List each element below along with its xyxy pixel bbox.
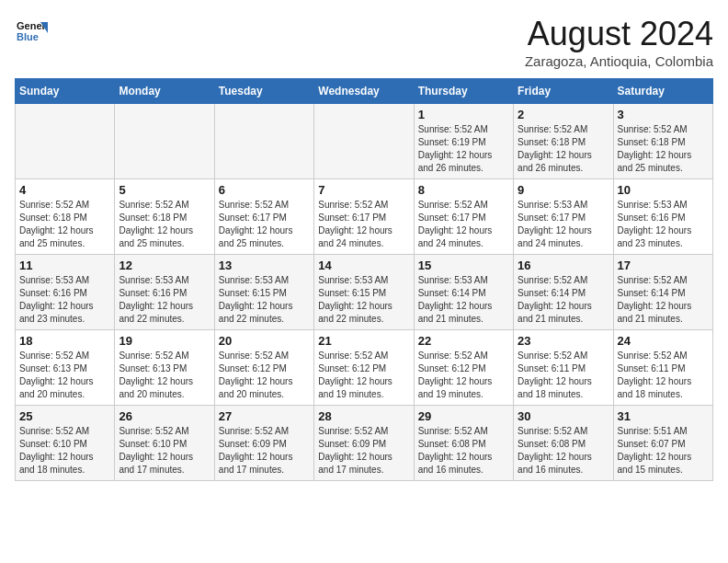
- calendar-cell: 14Sunrise: 5:53 AMSunset: 6:15 PMDayligh…: [314, 255, 414, 330]
- day-info: Sunrise: 5:52 AMSunset: 6:12 PMDaylight:…: [418, 350, 509, 401]
- day-info: Sunrise: 5:52 AMSunset: 6:18 PMDaylight:…: [19, 199, 110, 250]
- day-info: Sunrise: 5:52 AMSunset: 6:10 PMDaylight:…: [119, 425, 210, 477]
- weekday-header-wednesday: Wednesday: [314, 79, 414, 104]
- day-info: Sunrise: 5:52 AMSunset: 6:17 PMDaylight:…: [318, 199, 409, 250]
- day-info: Sunrise: 5:52 AMSunset: 6:18 PMDaylight:…: [119, 199, 210, 250]
- day-number: 15: [418, 259, 509, 272]
- calendar-week-row: 11Sunrise: 5:53 AMSunset: 6:16 PMDayligh…: [16, 255, 713, 330]
- calendar-cell: 29Sunrise: 5:52 AMSunset: 6:08 PMDayligh…: [414, 406, 513, 481]
- day-number: 28: [318, 409, 409, 423]
- logo-icon: General Blue: [15, 15, 48, 48]
- day-number: 29: [418, 409, 509, 423]
- day-info: Sunrise: 5:52 AMSunset: 6:12 PMDaylight:…: [318, 350, 409, 401]
- day-number: 19: [119, 334, 210, 348]
- day-info: Sunrise: 5:52 AMSunset: 6:18 PMDaylight:…: [518, 123, 609, 175]
- calendar-cell: 4Sunrise: 5:52 AMSunset: 6:18 PMDaylight…: [16, 179, 115, 255]
- day-info: Sunrise: 5:53 AMSunset: 6:17 PMDaylight:…: [518, 199, 609, 250]
- day-number: 16: [518, 259, 609, 272]
- day-info: Sunrise: 5:52 AMSunset: 6:08 PMDaylight:…: [518, 425, 609, 477]
- calendar-cell: 8Sunrise: 5:52 AMSunset: 6:17 PMDaylight…: [414, 179, 513, 255]
- weekday-header-friday: Friday: [514, 79, 613, 104]
- day-info: Sunrise: 5:53 AMSunset: 6:16 PMDaylight:…: [618, 199, 709, 250]
- calendar-cell: 16Sunrise: 5:52 AMSunset: 6:14 PMDayligh…: [514, 255, 613, 330]
- day-number: 3: [618, 108, 709, 121]
- day-info: Sunrise: 5:53 AMSunset: 6:15 PMDaylight:…: [318, 274, 409, 326]
- day-number: 26: [119, 409, 210, 423]
- weekday-header-tuesday: Tuesday: [214, 79, 313, 104]
- day-number: 24: [618, 334, 709, 348]
- calendar-title-area: August 2024 Zaragoza, Antioquia, Colombi…: [525, 15, 713, 69]
- day-info: Sunrise: 5:52 AMSunset: 6:08 PMDaylight:…: [418, 425, 509, 477]
- day-number: 1: [418, 108, 509, 121]
- calendar-cell: 5Sunrise: 5:52 AMSunset: 6:18 PMDaylight…: [115, 179, 214, 255]
- calendar-cell: 25Sunrise: 5:52 AMSunset: 6:10 PMDayligh…: [16, 406, 115, 481]
- day-number: 25: [19, 409, 110, 423]
- weekday-header-saturday: Saturday: [613, 79, 712, 104]
- day-info: Sunrise: 5:53 AMSunset: 6:16 PMDaylight:…: [119, 274, 210, 326]
- calendar-cell: 30Sunrise: 5:52 AMSunset: 6:08 PMDayligh…: [514, 406, 613, 481]
- calendar-location: Zaragoza, Antioquia, Colombia: [525, 53, 713, 69]
- day-number: 6: [219, 183, 310, 197]
- calendar-cell: [115, 104, 214, 179]
- day-info: Sunrise: 5:52 AMSunset: 6:12 PMDaylight:…: [219, 350, 310, 401]
- logo: General Blue: [15, 15, 48, 48]
- calendar-cell: 26Sunrise: 5:52 AMSunset: 6:10 PMDayligh…: [115, 406, 214, 481]
- calendar-cell: 21Sunrise: 5:52 AMSunset: 6:12 PMDayligh…: [314, 330, 414, 406]
- day-info: Sunrise: 5:53 AMSunset: 6:15 PMDaylight:…: [219, 274, 310, 326]
- day-number: 11: [19, 259, 110, 272]
- day-number: 12: [119, 259, 210, 272]
- day-number: 5: [119, 183, 210, 197]
- day-info: Sunrise: 5:52 AMSunset: 6:14 PMDaylight:…: [618, 274, 709, 326]
- calendar-cell: 6Sunrise: 5:52 AMSunset: 6:17 PMDaylight…: [214, 179, 313, 255]
- calendar-cell: 22Sunrise: 5:52 AMSunset: 6:12 PMDayligh…: [414, 330, 513, 406]
- day-number: 23: [518, 334, 609, 348]
- weekday-header-thursday: Thursday: [414, 79, 513, 104]
- day-number: 20: [219, 334, 310, 348]
- svg-text:Blue: Blue: [17, 31, 39, 42]
- calendar-week-row: 18Sunrise: 5:52 AMSunset: 6:13 PMDayligh…: [16, 330, 713, 406]
- day-info: Sunrise: 5:51 AMSunset: 6:07 PMDaylight:…: [618, 425, 709, 477]
- calendar-cell: 11Sunrise: 5:53 AMSunset: 6:16 PMDayligh…: [16, 255, 115, 330]
- calendar-cell: [16, 104, 115, 179]
- calendar-cell: 2Sunrise: 5:52 AMSunset: 6:18 PMDaylight…: [514, 104, 613, 179]
- page-header: General Blue August 2024 Zaragoza, Antio…: [15, 15, 713, 69]
- day-info: Sunrise: 5:52 AMSunset: 6:11 PMDaylight:…: [518, 350, 609, 401]
- day-number: 22: [418, 334, 509, 348]
- calendar-cell: 27Sunrise: 5:52 AMSunset: 6:09 PMDayligh…: [214, 406, 313, 481]
- day-number: 21: [318, 334, 409, 348]
- calendar-cell: 17Sunrise: 5:52 AMSunset: 6:14 PMDayligh…: [613, 255, 712, 330]
- calendar-cell: 23Sunrise: 5:52 AMSunset: 6:11 PMDayligh…: [514, 330, 613, 406]
- weekday-header-monday: Monday: [115, 79, 214, 104]
- day-info: Sunrise: 5:52 AMSunset: 6:13 PMDaylight:…: [119, 350, 210, 401]
- calendar-cell: 20Sunrise: 5:52 AMSunset: 6:12 PMDayligh…: [214, 330, 313, 406]
- calendar-cell: 24Sunrise: 5:52 AMSunset: 6:11 PMDayligh…: [613, 330, 712, 406]
- calendar-cell: 13Sunrise: 5:53 AMSunset: 6:15 PMDayligh…: [214, 255, 313, 330]
- calendar-cell: 15Sunrise: 5:53 AMSunset: 6:14 PMDayligh…: [414, 255, 513, 330]
- calendar-cell: 28Sunrise: 5:52 AMSunset: 6:09 PMDayligh…: [314, 406, 414, 481]
- day-info: Sunrise: 5:53 AMSunset: 6:14 PMDaylight:…: [418, 274, 509, 326]
- day-number: 14: [318, 259, 409, 272]
- day-number: 2: [518, 108, 609, 121]
- weekday-header-sunday: Sunday: [16, 79, 115, 104]
- day-number: 30: [518, 409, 609, 423]
- day-info: Sunrise: 5:52 AMSunset: 6:17 PMDaylight:…: [219, 199, 310, 250]
- day-number: 31: [618, 409, 709, 423]
- calendar-cell: 10Sunrise: 5:53 AMSunset: 6:16 PMDayligh…: [613, 179, 712, 255]
- calendar-cell: [314, 104, 414, 179]
- day-number: 8: [418, 183, 509, 197]
- day-info: Sunrise: 5:52 AMSunset: 6:18 PMDaylight:…: [618, 123, 709, 175]
- day-number: 7: [318, 183, 409, 197]
- day-info: Sunrise: 5:52 AMSunset: 6:11 PMDaylight:…: [618, 350, 709, 401]
- day-info: Sunrise: 5:52 AMSunset: 6:09 PMDaylight:…: [219, 425, 310, 477]
- calendar-cell: 12Sunrise: 5:53 AMSunset: 6:16 PMDayligh…: [115, 255, 214, 330]
- day-info: Sunrise: 5:52 AMSunset: 6:10 PMDaylight:…: [19, 425, 110, 477]
- calendar-cell: 9Sunrise: 5:53 AMSunset: 6:17 PMDaylight…: [514, 179, 613, 255]
- day-number: 17: [618, 259, 709, 272]
- day-info: Sunrise: 5:52 AMSunset: 6:09 PMDaylight:…: [318, 425, 409, 477]
- calendar-week-row: 1Sunrise: 5:52 AMSunset: 6:19 PMDaylight…: [16, 104, 713, 179]
- day-number: 9: [518, 183, 609, 197]
- calendar-cell: 7Sunrise: 5:52 AMSunset: 6:17 PMDaylight…: [314, 179, 414, 255]
- day-number: 27: [219, 409, 310, 423]
- calendar-cell: 19Sunrise: 5:52 AMSunset: 6:13 PMDayligh…: [115, 330, 214, 406]
- day-info: Sunrise: 5:53 AMSunset: 6:16 PMDaylight:…: [19, 274, 110, 326]
